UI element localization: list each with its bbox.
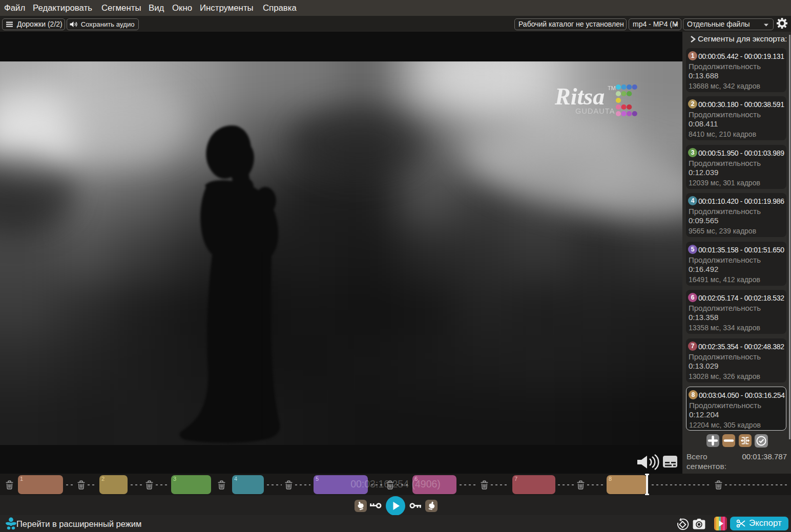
svg-text:GUDAUTA: GUDAUTA — [575, 107, 615, 115]
svg-text:Ritsa: Ritsa — [554, 83, 605, 110]
svg-text:TM: TM — [608, 85, 616, 91]
